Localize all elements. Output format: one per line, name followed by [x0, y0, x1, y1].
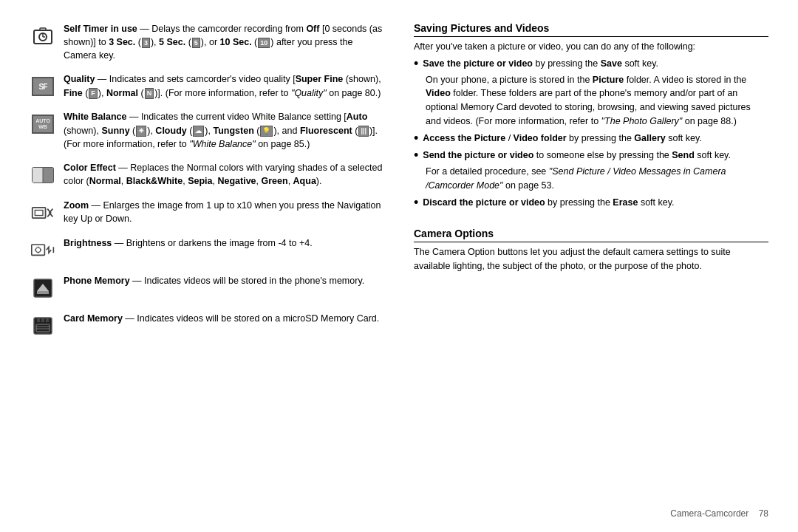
svg-rect-9: [33, 208, 46, 218]
bullet-send: • Send the picture or video to someone e…: [414, 149, 768, 192]
section-camera-options: Camera Options The Camera Option buttons…: [414, 228, 768, 276]
card-memory-icon: [30, 313, 56, 339]
bullet-discard-main: Discard the picture or video by pressing…: [423, 196, 768, 210]
white-balance-icon-graphic: AUTOWB: [32, 115, 54, 134]
section-saving-title: Saving Pictures and Videos: [414, 22, 768, 37]
svg-rect-19: [37, 291, 49, 294]
svg-rect-22: [41, 318, 44, 322]
bullet-dot-2: •: [414, 132, 418, 146]
right-column: Saving Pictures and Videos After you've …: [414, 22, 768, 510]
section-saving-intro: After you've taken a picture or video, y…: [414, 40, 768, 54]
svg-rect-11: [32, 245, 45, 255]
phone-memory-text: Phone Memory — Indicates videos will be …: [64, 274, 384, 287]
brightness-icon: [30, 237, 56, 264]
menu-item-white-balance: AUTOWB White Balance — Indicates the cur…: [30, 110, 384, 150]
bullet-discard: • Discard the picture or video by pressi…: [414, 196, 768, 211]
bullet-access-main: Access the Picture / Video folder by pre…: [423, 132, 768, 146]
section-saving: Saving Pictures and Videos After you've …: [414, 22, 768, 213]
menu-item-zoom: Zoom — Enlarges the image from 1 up to x…: [30, 199, 384, 226]
zoom-text: Zoom — Enlarges the image from 1 up to x…: [64, 199, 384, 225]
bullet-dot-3: •: [414, 149, 418, 163]
menu-item-color-effect: Color Effect — Replaces the Normal color…: [30, 161, 384, 188]
bullet-save-sub: On your phone, a picture is stored in th…: [426, 73, 768, 129]
menu-item-self-timer: Self Timer in use — Delays the camcorder…: [30, 22, 384, 62]
page-footer: Camera-Camcorder 78: [670, 508, 768, 519]
svg-rect-23: [46, 318, 49, 322]
quality-text: Quality — Indicates and sets camcorder's…: [64, 72, 384, 99]
white-balance-icon: AUTOWB: [30, 111, 56, 137]
phone-memory-icon: [30, 275, 56, 301]
menu-item-card-memory: Card Memory — Indicates videos will be s…: [30, 312, 384, 339]
bullet-dot: •: [414, 57, 418, 72]
zoom-icon: [30, 200, 56, 226]
left-column: Self Timer in use — Delays the camcorder…: [30, 22, 384, 510]
white-balance-text: White Balance — Indicates the current vi…: [64, 110, 384, 150]
card-memory-text: Card Memory — Indicates videos will be s…: [64, 312, 384, 325]
brightness-text: Brightness — Brightens or darkens the im…: [64, 236, 384, 250]
svg-rect-2: [40, 28, 46, 30]
quality-icon-graphic: SF: [32, 77, 54, 96]
bullet-send-main: Send the picture or video to someone els…: [423, 149, 768, 163]
page-content: Self Timer in use — Delays the camcorder…: [0, 0, 798, 532]
footer-label: Camera-Camcorder: [670, 508, 748, 519]
svg-rect-6: [33, 168, 43, 183]
section-camera-options-body: The Camera Option buttons let you adjust…: [414, 245, 768, 273]
self-timer-icon: [30, 23, 56, 50]
svg-point-12: [35, 248, 40, 252]
svg-rect-7: [43, 168, 53, 183]
bullet-dot-4: •: [414, 196, 418, 211]
menu-item-phone-memory: Phone Memory — Indicates videos will be …: [30, 274, 384, 301]
section-camera-options-title: Camera Options: [414, 228, 768, 242]
menu-item-quality: SF Quality — Indicates and sets camcorde…: [30, 72, 384, 100]
svg-rect-21: [37, 318, 40, 322]
menu-item-brightness: Brightness — Brightens or darkens the im…: [30, 236, 384, 264]
color-effect-text: Color Effect — Replaces the Normal color…: [64, 161, 384, 188]
bullet-save-main: Save the picture or video by pressing th…: [423, 57, 768, 71]
footer-page: 78: [759, 508, 768, 519]
color-effect-icon: [30, 162, 56, 188]
quality-icon: SF: [30, 73, 56, 100]
self-timer-text: Self Timer in use — Delays the camcorder…: [64, 22, 384, 62]
bullet-access: • Access the Picture / Video folder by p…: [414, 132, 768, 146]
bullet-save: • Save the picture or video by pressing …: [414, 57, 768, 129]
bullet-send-sub: For a detailed procedure, see "Send Pict…: [426, 165, 768, 193]
svg-rect-10: [35, 210, 43, 215]
